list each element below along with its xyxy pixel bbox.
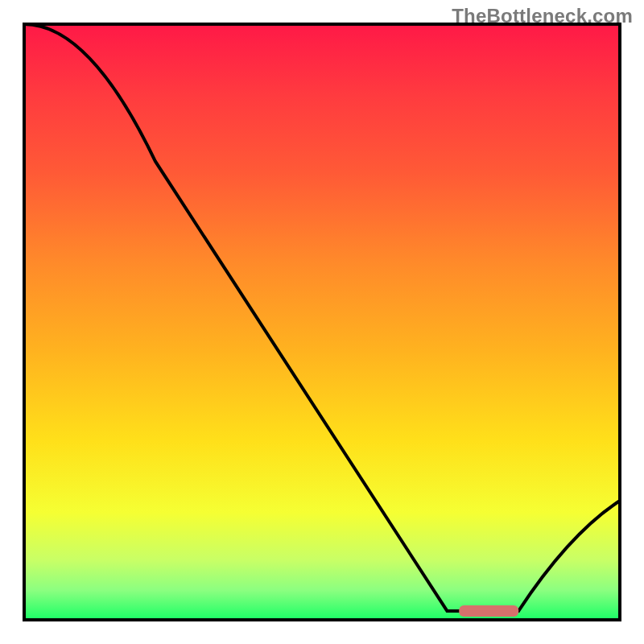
watermark-text: TheBottleneck.com (452, 5, 633, 27)
optimal-range-bar (459, 605, 518, 617)
bottleneck-chart (0, 0, 644, 644)
gradient-background (24, 24, 620, 620)
chart-container: { "watermark": "TheBottleneck.com", "col… (0, 0, 644, 644)
